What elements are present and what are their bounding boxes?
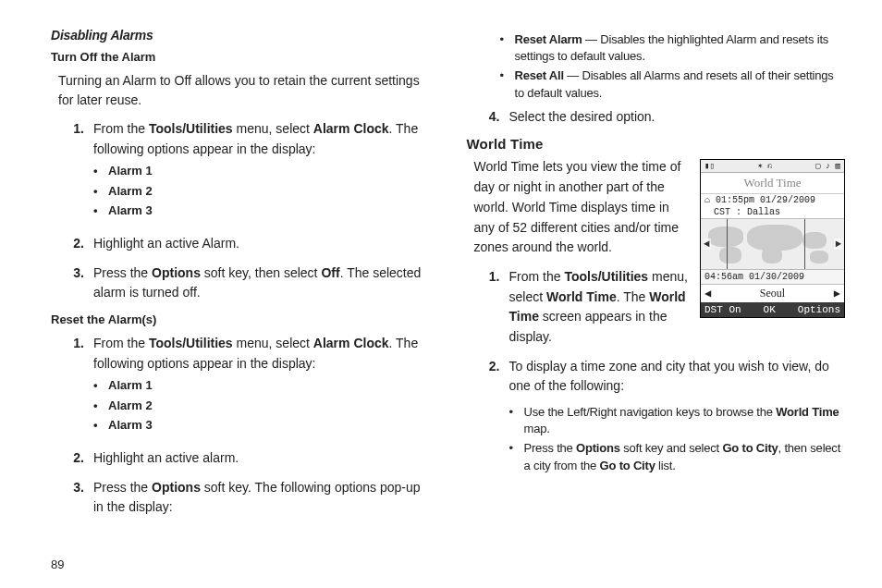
step-body: Highlight an active Alarm. — [93, 234, 430, 254]
reset-steps: 1. From the Tools/Utilities menu, select… — [51, 334, 430, 518]
step-marker: 2. — [67, 448, 84, 469]
step-marker: 4. — [484, 107, 500, 128]
status-icons: ✶ ⎌ — [757, 161, 772, 171]
device-home-time: ⌂ 01:55pm 01/29/2009 — [701, 194, 844, 206]
softkey-mid: OK — [764, 304, 776, 315]
device-map: ◄ ► — [701, 218, 844, 270]
step-body: From the Tools/Utilities menu, select Al… — [93, 119, 430, 225]
heading-disabling-alarms: Disabling Alarms — [51, 28, 430, 43]
step-marker: 3. — [67, 478, 84, 518]
alarm-list: •Alarm 1 •Alarm 2 •Alarm 3 — [93, 377, 430, 434]
step-body: From the Tools/Utilities menu, select Al… — [93, 334, 430, 439]
step-marker: 2. — [67, 234, 84, 254]
battery-icon: ▢ ♪ ▥ — [815, 161, 840, 171]
step-body: From the Tools/Utilities menu, select Wo… — [509, 267, 692, 348]
softkey-left: DST On — [704, 304, 741, 315]
step-body: Highlight an active alarm. — [93, 448, 430, 469]
page-number: 89 — [51, 557, 64, 571]
turn-off-steps: 1. From the Tools/Utilities menu, select… — [51, 119, 430, 303]
reset-steps-cont: 4. Select the desired option. — [467, 107, 846, 128]
list-item: Press the Options soft key and select Go… — [524, 440, 846, 473]
list-item: Use the Left/Right navigation keys to br… — [524, 404, 846, 437]
device-city: Seoul — [760, 287, 785, 300]
city-right-arrow-icon: ▶ — [834, 287, 840, 300]
map-left-arrow-icon: ◄ — [703, 239, 711, 250]
step-body: Select the desired option. — [509, 107, 846, 128]
step-marker: 1. — [484, 267, 500, 348]
world-time-steps-2: 2. To display a time zone and city that … — [467, 357, 846, 480]
turn-off-intro: Turning an Alarm to Off allows you to re… — [51, 71, 430, 110]
heading-reset-alarm: Reset the Alarm(s) — [51, 312, 430, 326]
city-left-arrow-icon: ◀ — [704, 287, 711, 300]
step-marker: 2. — [484, 357, 500, 480]
signal-icon: ▮▯ — [704, 161, 715, 171]
world-time-options: •Use the Left/Right navigation keys to b… — [509, 404, 846, 474]
step-body: Press the Options soft key, then select … — [93, 263, 430, 303]
left-column: Disabling Alarms Turn Off the Alarm Turn… — [51, 28, 430, 579]
right-column: •Reset Alarm — Disables the highlighted … — [467, 28, 846, 579]
reset-options-list: •Reset Alarm — Disables the highlighted … — [500, 31, 846, 102]
world-time-screenshot: ▮▯ ✶ ⎌ ▢ ♪ ▥ World Time ⌂ 01:55pm 01/29/… — [700, 159, 845, 318]
device-softkeys: DST On OK Options — [701, 302, 844, 317]
heading-turn-off-alarm: Turn Off the Alarm — [51, 50, 430, 64]
device-title: World Time — [701, 173, 844, 194]
device-away-time: 04:56am 01/30/2009 — [701, 270, 844, 285]
device-status-bar: ▮▯ ✶ ⎌ ▢ ♪ ▥ — [701, 160, 844, 173]
home-icon: ⌂ — [704, 195, 710, 205]
softkey-right: Options — [798, 304, 840, 315]
device-city-row: ◀ Seoul ▶ — [701, 285, 844, 302]
list-item: Reset Alarm — Disables the highlighted A… — [515, 31, 846, 65]
map-right-arrow-icon: ► — [834, 239, 842, 250]
alarm-list: •Alarm 1 •Alarm 2 •Alarm 3 — [93, 163, 430, 219]
step-body: To display a time zone and city that you… — [509, 357, 846, 480]
device-home-city: CST : Dallas — [701, 206, 844, 218]
step-marker: 3. — [67, 263, 84, 303]
heading-world-time: World Time — [467, 136, 846, 152]
step-marker: 1. — [67, 334, 84, 439]
list-item: Reset All — Disables all Alarms and rese… — [515, 67, 846, 101]
step-body: Press the Options soft key. The followin… — [93, 478, 430, 518]
step-marker: 1. — [67, 119, 84, 225]
